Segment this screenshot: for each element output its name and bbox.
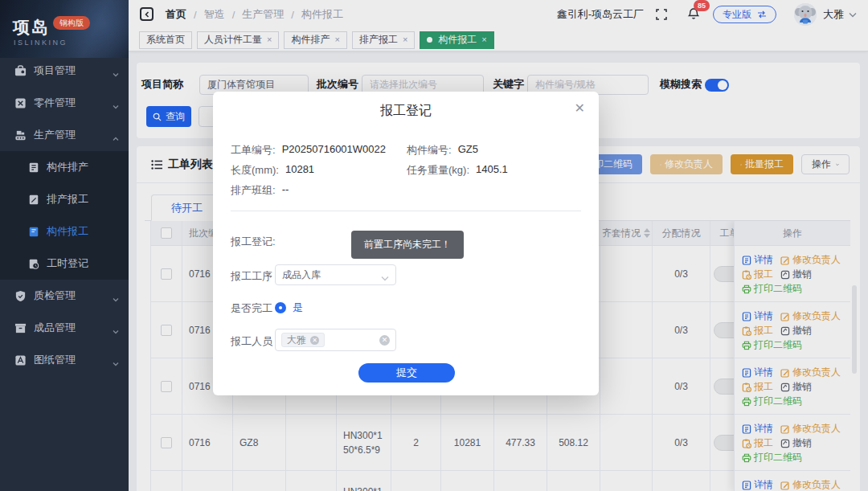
process-select[interactable]: 成品入库: [275, 264, 396, 285]
worker-tag: 大雅 ✕: [281, 333, 325, 347]
report-dialog: 报工登记 ✕ 工单编号:P20250716001W0022 构件编号:GZ5 长…: [213, 92, 599, 395]
length-label: 长度(mm):: [231, 163, 279, 178]
radio-label: 是: [293, 301, 303, 315]
worker-tag-label: 大雅: [287, 333, 306, 347]
divider: [231, 211, 581, 211]
dialog-info: 工单编号:P20250716001W0022 构件编号:GZ5 长度(mm):1…: [231, 140, 581, 200]
clear-icon[interactable]: ✕: [379, 335, 390, 346]
tag-close-icon[interactable]: ✕: [310, 336, 319, 345]
report-register-label: 报工登记:: [231, 235, 276, 249]
finished-radio[interactable]: 是: [275, 301, 303, 315]
finished-label: 是否完工: [231, 301, 272, 316]
component-no-label: 构件编号:: [407, 143, 452, 158]
tooltip: 前置工序尚未完工！: [351, 231, 464, 259]
team-value: --: [282, 183, 289, 198]
weight-label: 任务重量(kg):: [407, 163, 469, 178]
chevron-down-icon: [381, 272, 389, 284]
radio-checked-icon: [275, 302, 286, 313]
process-select-value: 成品入库: [282, 268, 321, 282]
length-value: 10281: [285, 163, 314, 178]
weight-value: 1405.1: [476, 163, 508, 178]
order-no-label: 工单编号:: [231, 143, 276, 158]
submit-button[interactable]: 提交: [358, 363, 455, 383]
worker-input[interactable]: 大雅 ✕ ✕: [275, 329, 396, 351]
dialog-title: 报工登记: [213, 103, 599, 120]
component-no-value: GZ5: [458, 143, 478, 158]
worker-label: 报工人员: [231, 334, 272, 349]
team-label: 排产班组:: [231, 183, 276, 198]
order-no-value: P20250716001W0022: [282, 143, 386, 158]
close-icon[interactable]: ✕: [575, 102, 585, 115]
process-label: 报工工序: [231, 269, 272, 284]
